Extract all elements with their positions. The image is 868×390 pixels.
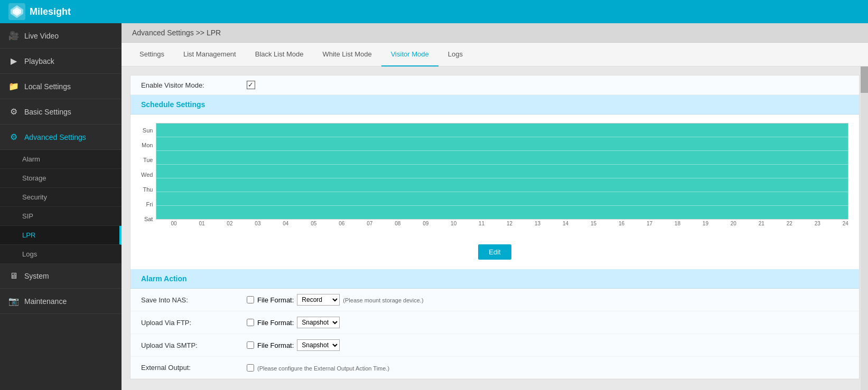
external-output-note: (Please configure the External Output Ac… — [257, 365, 389, 372]
gear-icon: ⚙ — [8, 107, 19, 117]
schedule-container: Sun Mon Tue Wed Thu Fri Sat — [130, 115, 859, 235]
sidebar-item-maintenance[interactable]: 📷 Maintenance — [0, 289, 122, 314]
upload-via-smtp-row: Upload Via SMTP: File Format: Record Sna… — [130, 334, 859, 357]
sidebar-item-playback[interactable]: ▶ Playback — [0, 49, 122, 74]
upload-via-ftp-control: File Format: Record Snapshot — [247, 317, 340, 328]
upload-via-ftp-label: Upload Via FTP: — [141, 319, 247, 327]
schedule-settings-header: Schedule Settings — [130, 95, 859, 115]
sidebar: 🎥 Live Video ▶ Playback 📁 Local Settings… — [0, 23, 122, 390]
day-label-mon: Mon — [141, 138, 153, 153]
sidebar-sub-item-sip[interactable]: SIP — [0, 207, 122, 226]
schedule-time-axis: 00 01 02 03 04 05 06 07 08 09 10 — [156, 220, 848, 226]
save-into-nas-label: Save Into NAS: — [141, 296, 247, 304]
day-label-thu: Thu — [141, 182, 153, 197]
external-output-label: External Output: — [141, 364, 247, 372]
save-into-nas-file-format-select[interactable]: Record Snapshot — [297, 294, 340, 306]
tab-settings[interactable]: Settings — [130, 43, 174, 66]
save-into-nas-note: (Please mount storage device.) — [343, 297, 423, 303]
upload-via-smtp-file-format-label: File Format: — [257, 341, 294, 349]
sidebar-sub-item-lpr[interactable]: LPR — [0, 226, 122, 245]
external-output-checkbox[interactable] — [247, 364, 254, 372]
tab-logs[interactable]: Logs — [438, 43, 472, 66]
day-label-sat: Sat — [141, 212, 153, 226]
sidebar-sub-item-storage[interactable]: Storage — [0, 169, 122, 188]
enable-visitor-mode-row: Enable Visitor Mode: — [130, 75, 859, 95]
save-into-nas-checkbox[interactable] — [247, 296, 254, 303]
schedule-row-fri — [156, 192, 848, 206]
upload-via-smtp-file-format-select[interactable]: Record Snapshot — [297, 339, 340, 351]
upload-via-smtp-checkbox[interactable] — [247, 341, 254, 349]
schedule-row-sun — [156, 123, 848, 137]
upload-via-ftp-file-format-select[interactable]: Record Snapshot — [297, 317, 340, 328]
enable-visitor-mode-label: Enable Visitor Mode: — [141, 81, 247, 89]
tab-visitor-mode[interactable]: Visitor Mode — [381, 43, 438, 66]
scrollbar-track[interactable] — [861, 66, 868, 390]
tab-white-list-mode[interactable]: White List Mode — [313, 43, 381, 66]
save-into-nas-row: Save Into NAS: File Format: Record Snaps… — [130, 289, 859, 311]
milesight-logo-icon — [8, 3, 25, 20]
content-panel: Enable Visitor Mode: Schedule Settings S… — [130, 75, 860, 379]
tab-list-management[interactable]: List Management — [174, 43, 246, 66]
svg-point-3 — [15, 9, 19, 14]
schedule-row-thu — [156, 178, 848, 192]
folder-icon: 📁 — [8, 81, 19, 91]
scrollbar-thumb[interactable] — [861, 66, 868, 93]
logo-text: Milesight — [30, 6, 71, 17]
schedule-chart-area — [156, 123, 848, 220]
day-label-sun: Sun — [141, 123, 153, 138]
logo-area: Milesight — [8, 3, 71, 20]
camera-icon: 🎥 — [8, 31, 19, 41]
external-output-control: (Please configure the External Output Ac… — [247, 364, 389, 372]
advanced-gear-icon: ⚙ — [8, 132, 19, 142]
playback-icon: ▶ — [8, 56, 19, 66]
content-area: Advanced Settings >> LPR Settings List M… — [122, 23, 868, 390]
sidebar-system-label: System — [24, 272, 49, 280]
maintenance-icon: 📷 — [8, 296, 19, 306]
schedule-row-sat — [156, 206, 848, 219]
save-into-nas-control: File Format: Record Snapshot (Please mou… — [247, 294, 424, 306]
upload-via-ftp-file-format-label: File Format: — [257, 319, 294, 327]
top-bar: Milesight — [0, 0, 868, 23]
sidebar-sub-item-security[interactable]: Security — [0, 188, 122, 207]
day-label-fri: Fri — [141, 197, 153, 212]
schedule-row-tue — [156, 151, 848, 165]
system-icon: 🖥 — [8, 271, 19, 281]
sidebar-sub-item-alarm[interactable]: Alarm — [0, 150, 122, 169]
edit-button[interactable]: Edit — [478, 244, 511, 260]
sidebar-local-settings-label: Local Settings — [24, 82, 71, 91]
upload-via-smtp-control: File Format: Record Snapshot — [247, 339, 340, 351]
sidebar-item-advanced-settings[interactable]: ⚙ Advanced Settings — [0, 125, 122, 150]
sidebar-item-live-video[interactable]: 🎥 Live Video — [0, 23, 122, 49]
sidebar-live-video-label: Live Video — [24, 32, 59, 40]
sidebar-item-local-settings[interactable]: 📁 Local Settings — [0, 74, 122, 99]
alarm-action-header: Alarm Action — [130, 269, 859, 289]
enable-visitor-mode-control — [247, 81, 255, 89]
sidebar-basic-settings-label: Basic Settings — [24, 108, 71, 116]
sidebar-item-basic-settings[interactable]: ⚙ Basic Settings — [0, 99, 122, 125]
sidebar-playback-label: Playback — [24, 57, 54, 65]
upload-via-ftp-checkbox[interactable] — [247, 319, 254, 326]
upload-via-smtp-label: Upload Via SMTP: — [141, 341, 247, 349]
sidebar-maintenance-label: Maintenance — [24, 297, 67, 306]
external-output-row: External Output: (Please configure the E… — [130, 357, 859, 379]
save-into-nas-file-format-label: File Format: — [257, 296, 294, 304]
schedule-row-wed — [156, 165, 848, 178]
breadcrumb: Advanced Settings >> LPR — [122, 23, 868, 43]
day-label-wed: Wed — [141, 167, 153, 182]
schedule-day-labels: Sun Mon Tue Wed Thu Fri Sat — [141, 123, 156, 226]
edit-button-container: Edit — [130, 235, 859, 269]
main-content[interactable]: Enable Visitor Mode: Schedule Settings S… — [122, 66, 868, 390]
tab-black-list-mode[interactable]: Black List Mode — [246, 43, 313, 66]
tabs-bar: Settings List Management Black List Mode… — [122, 43, 868, 66]
sidebar-advanced-settings-label: Advanced Settings — [24, 133, 86, 141]
upload-via-ftp-row: Upload Via FTP: File Format: Record Snap… — [130, 311, 859, 334]
schedule-grid: Sun Mon Tue Wed Thu Fri Sat — [141, 123, 848, 226]
sidebar-item-system[interactable]: 🖥 System — [0, 264, 122, 289]
enable-visitor-mode-checkbox[interactable] — [247, 81, 255, 89]
schedule-row-mon — [156, 137, 848, 151]
sidebar-sub-menu: Alarm Storage Security SIP LPR Logs — [0, 150, 122, 264]
sidebar-sub-item-logs[interactable]: Logs — [0, 245, 122, 264]
schedule-chart: 00 01 02 03 04 05 06 07 08 09 10 — [156, 123, 848, 226]
day-label-tue: Tue — [141, 153, 153, 167]
